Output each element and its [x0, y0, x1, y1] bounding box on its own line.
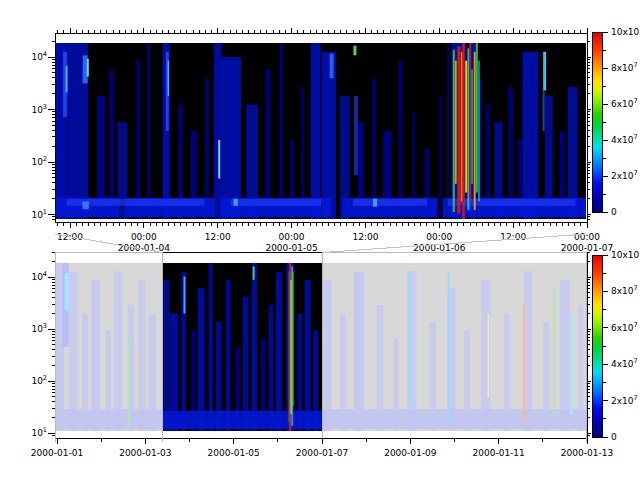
colorbar-tick-label: 10x107 — [611, 25, 640, 37]
x-tick-time-label: 00:00 — [574, 232, 600, 242]
streak — [462, 43, 465, 219]
streak — [311, 43, 321, 219]
streak — [226, 280, 231, 431]
x-tick-date-label: 2000-01-07 — [296, 448, 348, 458]
streak — [163, 280, 169, 431]
streak — [109, 69, 114, 219]
streak — [543, 91, 545, 131]
streak — [488, 313, 490, 397]
streak — [163, 411, 322, 429]
streak — [252, 263, 257, 431]
streak — [276, 271, 282, 431]
figure-canvas: 12:0000:002000-01-0412:0000:002000-01-05… — [0, 0, 640, 480]
streak — [65, 273, 69, 310]
overview-faded-left — [54, 263, 163, 431]
streak — [322, 409, 586, 429]
streak — [330, 54, 334, 79]
streak — [353, 46, 356, 56]
streak — [183, 276, 185, 313]
x-tick-date-label: 2000-01-05 — [208, 448, 260, 458]
streak — [253, 266, 255, 279]
x-tick-date-label: 2000-01-05 — [265, 243, 317, 253]
x-tick-date-label: 2000-01-04 — [118, 243, 171, 253]
streak — [522, 52, 538, 219]
x-tick-time-label: 12:00 — [352, 232, 378, 242]
streak — [455, 61, 457, 184]
streak — [471, 69, 473, 183]
streak — [448, 271, 450, 422]
streak — [66, 66, 68, 92]
streak — [322, 52, 336, 219]
x-tick-time-label: 12:00 — [205, 232, 231, 242]
streak — [469, 43, 471, 201]
streak — [448, 199, 575, 206]
streak — [305, 280, 311, 431]
x-tick-date-label: 2000-01-09 — [384, 448, 437, 458]
streak — [354, 271, 364, 431]
streak — [83, 201, 89, 209]
streak — [221, 57, 241, 219]
x-tick-date-label: 2000-01-11 — [473, 448, 525, 458]
streak — [91, 280, 100, 431]
streak — [280, 43, 283, 219]
streak — [136, 61, 140, 219]
streak — [354, 96, 358, 175]
bottom-colorbar-gradient — [592, 255, 602, 437]
streak — [353, 199, 427, 206]
x-tick-time-label: 00:00 — [426, 232, 452, 242]
spectrogram-figure: 12:0000:002000-01-0412:0000:002000-01-05… — [0, 0, 640, 480]
colorbar-tick-label: 0 — [611, 207, 617, 217]
streak — [465, 61, 467, 193]
x-tick-date-label: 2000-01-03 — [119, 448, 171, 458]
streak — [128, 339, 130, 428]
streak — [409, 271, 411, 405]
streak — [467, 48, 469, 210]
top-spectrogram-image-background — [56, 43, 586, 219]
top-colorbar-gradient — [592, 32, 602, 212]
streak — [476, 43, 478, 193]
bottom-overview-panel: 2000-01-012000-01-032000-01-052000-01-07… — [31, 252, 613, 458]
streak — [399, 61, 403, 219]
streak — [439, 96, 442, 219]
x-tick-time-label: 00:00 — [279, 232, 305, 242]
streak — [407, 271, 416, 431]
colorbar-tick-label: 0 — [611, 432, 617, 442]
streak — [87, 59, 89, 77]
streak — [214, 43, 222, 219]
streak — [478, 61, 480, 202]
streak — [266, 69, 271, 219]
streak — [231, 199, 321, 206]
streak — [292, 271, 294, 405]
top-spectrogram-image — [50, 43, 586, 219]
streak — [69, 271, 77, 431]
x-tick-date-label: 2000-01-13 — [561, 448, 613, 458]
streak — [373, 199, 377, 207]
x-tick-date-label: 2000-01-01 — [31, 448, 83, 458]
streak — [474, 52, 476, 210]
overview-zoom-region — [163, 263, 322, 431]
streak — [570, 313, 572, 414]
streak — [447, 43, 449, 219]
streak — [209, 263, 213, 431]
streak — [147, 43, 150, 219]
colorbar-tick-label: 10x107 — [611, 248, 640, 260]
streak — [56, 409, 163, 429]
streak — [524, 271, 532, 431]
streak — [114, 271, 122, 431]
streak — [218, 140, 220, 179]
x-tick-date-label: 2000-01-07 — [561, 243, 613, 253]
streak — [138, 280, 145, 431]
streak — [323, 280, 331, 431]
streak — [168, 61, 170, 96]
streak — [523, 305, 525, 423]
streak — [560, 280, 570, 431]
streak — [234, 199, 238, 206]
streak — [553, 288, 555, 414]
x-tick-time-label: 12:00 — [500, 232, 526, 242]
streak — [453, 50, 455, 212]
streak — [198, 288, 205, 431]
x-tick-time-label: 00:00 — [131, 232, 157, 242]
overview-faded-right — [322, 263, 586, 431]
streak — [543, 52, 546, 91]
streak — [457, 47, 460, 214]
